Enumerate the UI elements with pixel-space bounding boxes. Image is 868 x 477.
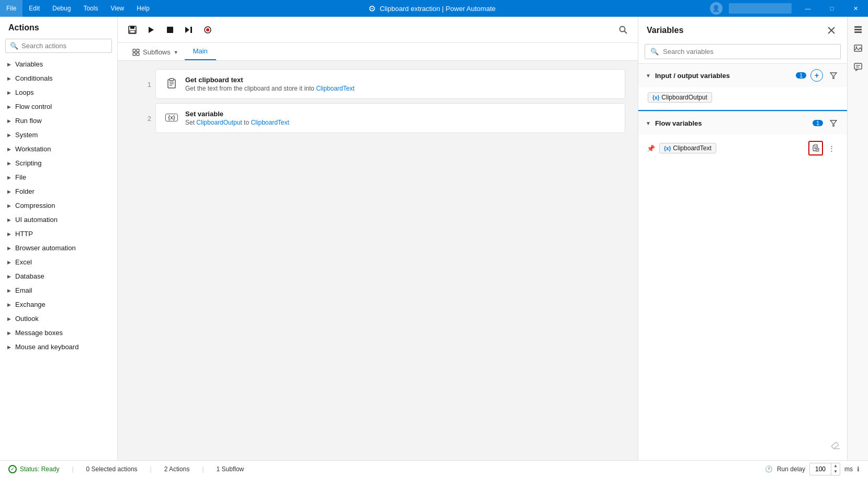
category-outlook[interactable]: ▶ Outlook xyxy=(0,312,117,326)
actions-panel: Actions 🔍 ▶ Variables ▶ Conditionals ▶ L… xyxy=(0,17,118,460)
variables-panel-header: Variables xyxy=(638,17,847,42)
chevron-icon: ▶ xyxy=(7,189,11,194)
flow-variables-header[interactable]: ▼ Flow variables 1 xyxy=(638,112,847,135)
var-search-icon: 🔍 xyxy=(650,48,659,56)
chevron-icon: ▶ xyxy=(7,260,11,265)
run-button[interactable] xyxy=(143,21,160,38)
category-scripting[interactable]: ▶ Scripting xyxy=(0,156,117,170)
record-button[interactable] xyxy=(199,21,216,38)
user-icon[interactable]: 👤 xyxy=(708,0,725,17)
add-variable-button[interactable]: + xyxy=(810,69,823,82)
set-variable-icon: {x} xyxy=(164,110,179,125)
stepper-up-button[interactable]: ▲ xyxy=(831,463,840,469)
category-folder[interactable]: ▶ Folder xyxy=(0,184,117,198)
pin-icon[interactable]: 📌 xyxy=(647,145,655,152)
run-delay-input[interactable] xyxy=(810,464,831,474)
status-text: Status: Ready xyxy=(20,465,59,473)
input-output-content: {x} ClipboardOutput xyxy=(638,87,847,111)
category-run-flow[interactable]: ▶ Run flow xyxy=(0,114,117,128)
clock-icon: 🕐 xyxy=(765,465,773,473)
input-output-chevron-icon: ▼ xyxy=(646,73,651,79)
step-2-desc: Set ClipboardOutput to ClipboardText xyxy=(185,119,616,126)
svg-rect-25 xyxy=(814,145,817,146)
category-database[interactable]: ▶ Database xyxy=(0,269,117,283)
category-variables[interactable]: ▶ Variables xyxy=(0,57,117,71)
window-title: ⚙ Clipboard extraction | Power Automate xyxy=(368,4,496,14)
menu-help[interactable]: Help xyxy=(130,0,156,17)
menu-tools[interactable]: Tools xyxy=(77,0,104,17)
actions-search-box[interactable]: 🔍 xyxy=(5,39,112,53)
category-system[interactable]: ▶ System xyxy=(0,128,117,142)
step-2[interactable]: {x} Set variable Set ClipboardOutput to xyxy=(155,103,625,133)
chevron-icon: ▶ xyxy=(7,132,11,138)
category-workstation[interactable]: ▶ Workstation xyxy=(0,142,117,156)
stop-button[interactable] xyxy=(162,21,178,38)
variables-close-button[interactable] xyxy=(824,23,839,38)
flow-variables-content: 📌 {x} ClipboardText xyxy=(638,135,847,164)
category-compression[interactable]: ▶ Compression xyxy=(0,198,117,213)
status-indicator: ✓ Status: Ready xyxy=(8,465,59,473)
chevron-icon: ▶ xyxy=(7,203,11,208)
image-icon[interactable] xyxy=(850,40,866,57)
chevron-icon: ▶ xyxy=(7,246,11,251)
subflows-dropdown[interactable]: Subflows ▼ xyxy=(126,44,185,60)
chevron-icon: ▶ xyxy=(7,90,11,95)
maximize-button[interactable]: □ xyxy=(820,0,844,17)
step-1[interactable]: Get clipboard text Get the text from the… xyxy=(155,69,625,99)
clipboard-text-chip[interactable]: {x} ClipboardText xyxy=(659,143,716,153)
menu-debug[interactable]: Debug xyxy=(46,0,77,17)
run-delay-unit: ms xyxy=(844,465,853,473)
stepper-down-button[interactable]: ▼ xyxy=(831,469,840,475)
flow-variables-filter-button[interactable] xyxy=(827,117,840,129)
svg-rect-16 xyxy=(170,79,174,81)
titlebar-controls: 👤 — □ ✕ xyxy=(708,0,868,17)
category-loops[interactable]: ▶ Loops xyxy=(0,85,117,99)
actions-search-input[interactable] xyxy=(21,42,107,50)
svg-point-9 xyxy=(620,26,625,31)
menu-view[interactable]: View xyxy=(104,0,130,17)
clipboard-output-link[interactable]: ClipboardOutput xyxy=(196,119,242,126)
input-output-header[interactable]: ▼ Input / output variables 1 + xyxy=(638,64,847,87)
step-2-title: Set variable xyxy=(185,110,616,118)
status-sep1: | xyxy=(72,465,73,473)
category-browser-automation[interactable]: ▶ Browser automation xyxy=(0,241,117,255)
category-flow-control[interactable]: ▶ Flow control xyxy=(0,99,117,114)
canvas-bottom xyxy=(638,164,847,460)
category-ui-automation[interactable]: ▶ UI automation xyxy=(0,213,117,227)
menu-file[interactable]: File xyxy=(0,0,22,17)
input-output-count-badge: 1 xyxy=(796,72,806,79)
minimize-button[interactable]: — xyxy=(796,0,820,17)
canvas-search-button[interactable] xyxy=(615,21,632,38)
chevron-icon: ▶ xyxy=(7,231,11,237)
variables-search-input[interactable] xyxy=(663,48,835,56)
toolbar xyxy=(118,17,638,43)
info-icon[interactable]: ℹ xyxy=(857,465,860,473)
category-excel[interactable]: ▶ Excel xyxy=(0,255,117,269)
category-message-boxes[interactable]: ▶ Message boxes xyxy=(0,326,117,340)
category-http[interactable]: ▶ HTTP xyxy=(0,227,117,241)
category-exchange[interactable]: ▶ Exchange xyxy=(0,297,117,312)
category-email[interactable]: ▶ Email xyxy=(0,283,117,297)
svg-rect-12 xyxy=(137,49,139,52)
variable-clipboard-button[interactable] xyxy=(808,141,823,156)
clipboard-output-chip[interactable]: {x} ClipboardOutput xyxy=(648,92,712,103)
svg-line-10 xyxy=(625,31,627,34)
clipboard-text-link-2[interactable]: ClipboardText xyxy=(251,119,289,126)
category-file[interactable]: ▶ File xyxy=(0,170,117,184)
tab-main[interactable]: Main xyxy=(185,43,216,60)
category-conditionals[interactable]: ▶ Conditionals xyxy=(0,71,117,85)
layers-icon[interactable] xyxy=(850,21,866,38)
subflow-count-text: 1 Subflow xyxy=(217,465,244,473)
variables-search-box[interactable]: 🔍 xyxy=(645,44,841,59)
eraser-icon[interactable] xyxy=(830,441,841,454)
run-delay-label: Run delay xyxy=(777,465,805,473)
comment-icon[interactable] xyxy=(850,59,866,75)
variable-more-button[interactable]: ⋮ xyxy=(824,141,839,156)
menu-edit[interactable]: Edit xyxy=(22,0,46,17)
category-mouse-keyboard[interactable]: ▶ Mouse and keyboard xyxy=(0,340,117,354)
step-next-button[interactable] xyxy=(181,21,197,38)
save-button[interactable] xyxy=(124,21,141,38)
close-button[interactable]: ✕ xyxy=(844,0,868,17)
clipboard-text-link-1[interactable]: ClipboardText xyxy=(316,85,354,92)
filter-button[interactable] xyxy=(827,69,840,82)
